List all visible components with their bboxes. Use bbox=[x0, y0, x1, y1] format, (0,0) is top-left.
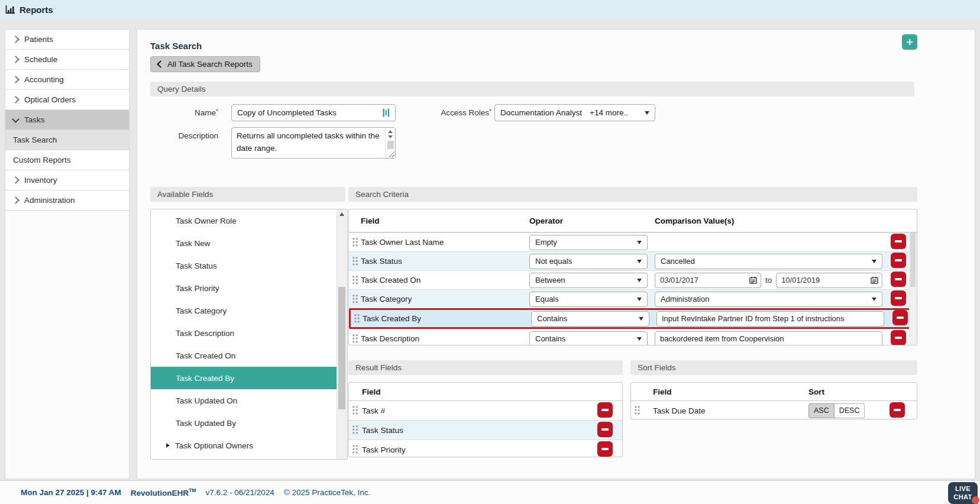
text-cursor-icon[interactable] bbox=[383, 108, 390, 117]
comparison-value-input[interactable] bbox=[656, 311, 884, 327]
dropdown-caret-icon bbox=[645, 111, 649, 115]
sidebar-item-custom-reports[interactable]: Custom Reports bbox=[5, 150, 129, 170]
criteria-scrollbar[interactable] bbox=[909, 232, 917, 345]
sort-field-label: Task Due Date bbox=[653, 406, 808, 415]
dropdown-caret-icon bbox=[637, 298, 642, 301]
available-field-task-optional-owners[interactable]: Task Optional Owners bbox=[151, 434, 337, 457]
available-field-task-status[interactable]: Task Status bbox=[151, 254, 337, 277]
sidebar: PatientsScheduleAccountingOptical Orders… bbox=[5, 29, 130, 479]
remove-result-field-button[interactable] bbox=[597, 422, 613, 437]
notification-dot bbox=[972, 496, 979, 504]
footer-brand: RevolutionEHRTM bbox=[131, 487, 196, 497]
dropdown-caret-icon bbox=[637, 279, 642, 282]
drag-handle-icon[interactable] bbox=[635, 406, 641, 415]
drag-handle-icon[interactable] bbox=[352, 445, 359, 454]
calendar-icon[interactable] bbox=[749, 276, 757, 284]
result-field-label: Task Status bbox=[362, 426, 597, 435]
sort-desc-button[interactable]: DESC bbox=[835, 403, 865, 418]
available-field-task-description[interactable]: Task Description bbox=[151, 322, 337, 344]
scroll-up-icon[interactable] bbox=[388, 130, 393, 133]
sort-fields-header: Sort Fields bbox=[630, 360, 917, 375]
scrollbar-thumb[interactable] bbox=[338, 287, 345, 409]
search-criteria-header: Search Criteria bbox=[348, 187, 917, 202]
live-chat-button[interactable]: LIVE CHAT bbox=[948, 482, 978, 504]
operator-select[interactable]: Empty bbox=[529, 235, 648, 250]
available-field-label: Task Optional Owners bbox=[175, 441, 253, 450]
available-fields-scrollbar[interactable] bbox=[337, 209, 347, 459]
drag-handle-icon[interactable] bbox=[352, 257, 359, 266]
add-report-button[interactable]: + bbox=[902, 34, 917, 50]
available-field-task-updated-on[interactable]: Task Updated On bbox=[151, 389, 337, 412]
drag-handle-icon[interactable] bbox=[352, 295, 359, 304]
drag-handle-icon[interactable] bbox=[352, 238, 359, 247]
comparison-value-input[interactable] bbox=[655, 331, 882, 346]
description-textarea[interactable]: Returns all uncompleted tasks within the… bbox=[231, 127, 396, 159]
access-roles-label: Access Roles* bbox=[421, 108, 491, 117]
drag-handle-icon[interactable] bbox=[352, 406, 359, 415]
scroll-down-icon[interactable] bbox=[388, 135, 393, 138]
sort-row-task-due-date: Task Due DateASCDESC bbox=[631, 401, 917, 419]
sidebar-item-optical-orders[interactable]: Optical Orders bbox=[5, 90, 129, 110]
available-field-task-new[interactable]: Task New bbox=[151, 232, 337, 254]
criteria-field-label: Task Created By bbox=[363, 314, 531, 323]
criteria-table-header-row: Field Operator Comparison Value(s) bbox=[349, 209, 917, 232]
resize-grip-icon[interactable] bbox=[389, 151, 394, 157]
drag-handle-icon[interactable] bbox=[352, 276, 359, 285]
chevron-right-icon bbox=[12, 56, 20, 63]
sidebar-item-inventory[interactable]: Inventory bbox=[5, 170, 129, 190]
access-roles-select[interactable]: Documentation Analyst +14 more.. bbox=[494, 104, 655, 121]
sidebar-item-administration[interactable]: Administration bbox=[5, 190, 129, 211]
drag-handle-icon[interactable] bbox=[352, 334, 359, 344]
criteria-row-task-owner-last-name: Task Owner Last NameEmpty bbox=[349, 232, 917, 251]
remove-criteria-button[interactable] bbox=[891, 290, 906, 306]
sidebar-item-label: Inventory bbox=[24, 176, 57, 185]
operator-select[interactable]: Contains bbox=[529, 331, 648, 346]
date-to-value: 10/01/2019 bbox=[781, 276, 820, 285]
date-to-input[interactable]: 10/01/2019 bbox=[776, 273, 882, 288]
sidebar-item-task-search[interactable]: Task Search bbox=[5, 130, 129, 150]
operator-select[interactable]: Between bbox=[529, 273, 648, 288]
main-panel: Task Search + All Task Search Reports Qu… bbox=[137, 29, 975, 479]
dropdown-caret-icon bbox=[639, 317, 643, 321]
column-header-comparison: Comparison Value(s) bbox=[655, 217, 891, 225]
available-field-task-priority[interactable]: Task Priority bbox=[151, 277, 337, 299]
sidebar-item-schedule[interactable]: Schedule bbox=[5, 50, 129, 70]
date-from-input[interactable]: 03/01/2017 bbox=[655, 273, 761, 288]
operator-select[interactable]: Equals bbox=[529, 292, 648, 307]
range-separator: to bbox=[765, 276, 772, 285]
comparison-value-select[interactable]: Cancelled bbox=[655, 254, 882, 269]
sidebar-item-tasks[interactable]: Tasks bbox=[5, 110, 129, 130]
available-field-task-created-on[interactable]: Task Created On bbox=[151, 344, 337, 367]
remove-criteria-button[interactable] bbox=[891, 330, 906, 345]
textarea-scrollbar[interactable] bbox=[385, 128, 395, 158]
remove-result-field-button[interactable] bbox=[597, 441, 613, 457]
available-field-task-category[interactable]: Task Category bbox=[151, 299, 337, 322]
operator-select[interactable]: Not equals bbox=[529, 254, 648, 269]
sidebar-item-patients[interactable]: Patients bbox=[5, 30, 129, 50]
available-field-task-owner-role[interactable]: Task Owner Role bbox=[151, 209, 337, 232]
available-field-task-updated-by[interactable]: Task Updated By bbox=[151, 412, 337, 434]
remove-criteria-button[interactable] bbox=[891, 234, 906, 249]
scrollbar-thumb[interactable] bbox=[910, 232, 916, 287]
remove-sort-field-button[interactable] bbox=[890, 402, 905, 418]
criteria-row-task-created-on: Task Created OnBetween03/01/2017to10/01/… bbox=[349, 270, 917, 289]
operator-select[interactable]: Contains bbox=[531, 311, 649, 327]
scrollbar-thumb[interactable] bbox=[387, 141, 394, 149]
criteria-row-task-category: Task CategoryEqualsAdministration bbox=[349, 289, 917, 308]
calendar-icon[interactable] bbox=[871, 276, 878, 284]
available-field-task-created-by[interactable]: Task Created By bbox=[151, 367, 337, 389]
sort-asc-button[interactable]: ASC bbox=[808, 403, 835, 418]
sidebar-item-accounting[interactable]: Accounting bbox=[5, 70, 129, 90]
result-fields-header: Result Fields bbox=[348, 360, 623, 375]
comparison-value-select-value: Cancelled bbox=[661, 257, 695, 266]
drag-handle-icon[interactable] bbox=[352, 425, 359, 435]
sort-direction-toggle: ASCDESC bbox=[808, 403, 890, 418]
name-input[interactable] bbox=[231, 104, 396, 121]
back-to-reports-button[interactable]: All Task Search Reports bbox=[150, 56, 260, 72]
comparison-value-select[interactable]: Administration bbox=[655, 292, 882, 307]
remove-result-field-button[interactable] bbox=[597, 402, 613, 418]
remove-criteria-button[interactable] bbox=[892, 310, 908, 325]
drag-handle-icon[interactable] bbox=[354, 314, 361, 324]
remove-criteria-button[interactable] bbox=[891, 272, 906, 287]
remove-criteria-button[interactable] bbox=[891, 253, 906, 268]
